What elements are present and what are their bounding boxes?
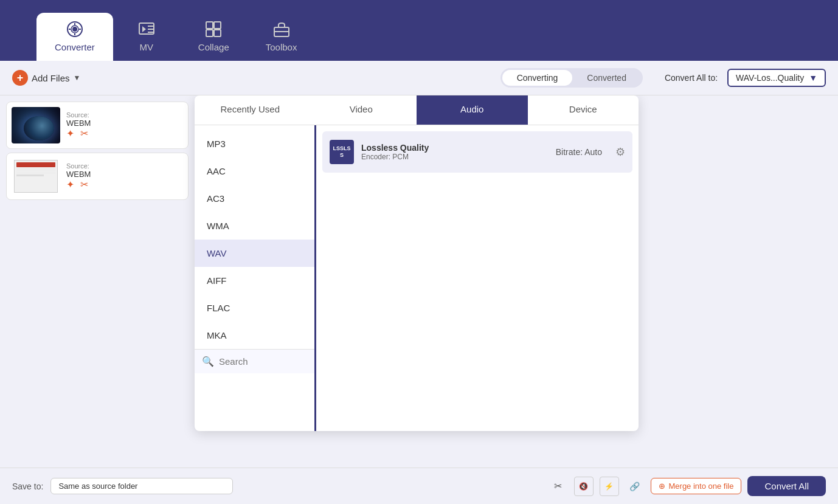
star-icon[interactable]: ✦ <box>66 179 74 190</box>
file-thumbnail <box>12 158 60 195</box>
search-input[interactable] <box>219 356 316 367</box>
format-flac[interactable]: FLAC <box>195 294 314 322</box>
format-aac[interactable]: AAC <box>195 157 314 185</box>
svg-rect-10 <box>214 30 221 36</box>
status-tabs: Converting Converted <box>500 68 643 88</box>
format-body: MP3 AAC AC3 WMA WAV AIFF FLAC MKA 🔍 <box>195 125 639 431</box>
file-info: Source: WEBM ✦ ✂ <box>66 162 183 190</box>
toolbox-tab-label: Toolbox <box>266 42 297 52</box>
screen-image <box>12 158 60 195</box>
dropdown-arrow-icon[interactable]: ▼ <box>74 74 81 82</box>
format-panel: Recently Used Video Audio Device MP3 AAC… <box>195 95 639 431</box>
quality-icon-text: LSSLSS <box>333 145 350 159</box>
svg-rect-9 <box>206 30 213 36</box>
file-format: WEBM <box>66 119 183 128</box>
format-tabs: Recently Used Video Audio Device <box>195 95 639 125</box>
tab-mv[interactable]: MV <box>113 13 180 61</box>
collage-tab-label: Collage <box>198 42 229 52</box>
cut-icon[interactable]: ✂ <box>80 179 88 190</box>
dropdown-chevron-icon: ▼ <box>809 73 817 83</box>
file-source-label: Source: <box>66 111 183 119</box>
add-icon: + <box>12 70 28 86</box>
convert-all-dropdown[interactable]: WAV-Los...Quality ▼ <box>727 69 826 87</box>
merge-label: Merge into one file <box>669 482 734 491</box>
quality-list: LSSLSS Lossless Quality Encoder: PCM Bit… <box>316 125 639 431</box>
file-item: Source: WEBM ✦ ✂ <box>6 102 189 149</box>
tab-converter[interactable]: Converter <box>36 13 113 61</box>
link-icon[interactable]: 🔗 <box>625 477 645 496</box>
svg-rect-8 <box>214 22 221 29</box>
file-info: Source: WEBM ✦ ✂ <box>66 111 183 139</box>
cut-icon[interactable]: ✂ <box>80 128 88 139</box>
merge-icon: ⊕ <box>659 482 665 491</box>
format-search-bar: 🔍 <box>195 349 314 373</box>
file-thumbnail <box>12 107 60 143</box>
add-files-button[interactable]: + Add Files ▼ <box>12 70 80 86</box>
file-format: WEBM <box>66 170 183 179</box>
bottom-actions: ✂ 🔇 ⚡ 🔗 ⊕ Merge into one file Convert Al… <box>549 476 826 496</box>
file-item: Source: WEBM ✦ ✂ <box>6 153 189 200</box>
tab-toolbox[interactable]: Toolbox <box>248 13 316 61</box>
speed-off-icon[interactable]: ⚡ <box>600 477 619 496</box>
converting-tab[interactable]: Converting <box>502 70 573 86</box>
format-ac3[interactable]: AC3 <box>195 185 314 212</box>
content-body: Source: WEBM ✦ ✂ <box>0 95 838 468</box>
tab-video[interactable]: Video <box>306 95 417 125</box>
quality-encoder: Encoder: PCM <box>361 153 549 161</box>
converter-tab-label: Converter <box>55 42 95 52</box>
star-icon[interactable]: ✦ <box>66 128 74 139</box>
mv-tab-label: MV <box>140 42 154 52</box>
format-mp3[interactable]: MP3 <box>195 130 314 157</box>
tab-collage[interactable]: Collage <box>180 13 248 61</box>
format-mka[interactable]: MKA <box>195 322 314 349</box>
file-source-label: Source: <box>66 162 183 170</box>
file-actions: ✦ ✂ <box>66 179 183 190</box>
top-navigation: Converter MV Collage Toolbox <box>0 0 838 61</box>
format-aiff[interactable]: AIFF <box>195 267 314 294</box>
main-content: + Add Files ▼ Converting Converted Conve… <box>0 61 838 504</box>
toolbar: + Add Files ▼ Converting Converted Conve… <box>0 61 838 95</box>
convert-all-format: WAV-Los...Quality <box>736 73 804 83</box>
earth-image <box>24 116 54 140</box>
quality-info: Lossless Quality Encoder: PCM <box>361 143 549 161</box>
quality-name: Lossless Quality <box>361 143 549 153</box>
merge-button[interactable]: ⊕ Merge into one file <box>651 478 742 494</box>
settings-icon[interactable]: ⚙ <box>615 145 625 159</box>
svg-point-1 <box>72 27 77 32</box>
file-list: Source: WEBM ✦ ✂ <box>0 95 195 468</box>
quality-bitrate: Bitrate: Auto <box>556 147 602 157</box>
save-to-path[interactable]: Same as source folder <box>50 478 233 494</box>
add-files-label: Add Files <box>32 73 70 83</box>
format-wav[interactable]: WAV <box>195 240 314 267</box>
format-wma[interactable]: WMA <box>195 212 314 240</box>
format-list: MP3 AAC AC3 WMA WAV AIFF FLAC MKA 🔍 <box>195 125 316 431</box>
bottom-bar: Save to: Same as source folder ✂ 🔇 ⚡ 🔗 ⊕… <box>0 468 838 504</box>
converted-tab[interactable]: Converted <box>572 70 641 86</box>
convert-all-button[interactable]: Convert All <box>747 476 826 496</box>
volume-off-icon[interactable]: 🔇 <box>574 477 594 496</box>
convert-all-to-label: Convert All to: <box>665 73 718 83</box>
tab-audio[interactable]: Audio <box>417 95 528 125</box>
quality-icon: LSSLSS <box>330 140 354 164</box>
search-icon: 🔍 <box>202 356 214 367</box>
tab-device[interactable]: Device <box>528 95 639 125</box>
file-actions: ✦ ✂ <box>66 128 183 139</box>
trim-icon[interactable]: ✂ <box>549 477 568 496</box>
svg-rect-7 <box>206 22 213 29</box>
tab-recently-used[interactable]: Recently Used <box>195 95 306 125</box>
quality-item-lossless[interactable]: LSSLSS Lossless Quality Encoder: PCM Bit… <box>322 131 632 173</box>
save-to-label: Save to: <box>12 482 43 491</box>
